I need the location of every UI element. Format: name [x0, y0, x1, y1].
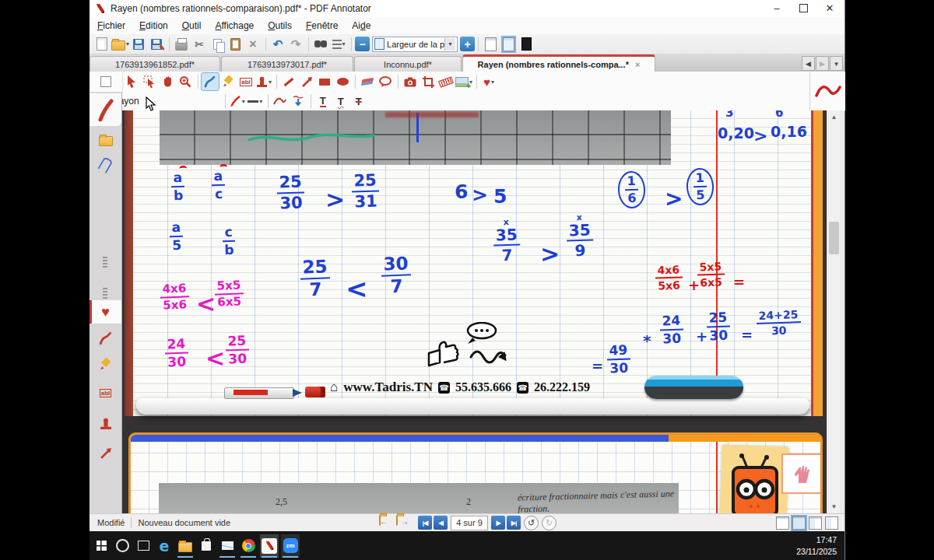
ellipse-tool[interactable] [334, 73, 351, 90]
rectangle-tool[interactable] [316, 73, 333, 90]
pdf-page-current[interactable]: abaca5cb2530>25316>5x357>x35916>15257<30… [125, 110, 823, 416]
delete-button[interactable]: × [244, 36, 262, 53]
menu-item[interactable]: Outil [182, 20, 202, 31]
save-as-button[interactable]: ✎ [148, 36, 165, 53]
next-page-button[interactable]: ▶ [491, 516, 505, 530]
restore-button[interactable] [790, 0, 816, 16]
arrow-tool[interactable] [298, 73, 315, 90]
start-button[interactable] [92, 534, 111, 558]
pdf-page-next[interactable]: 2,5 2 écriture fractionnaire mais c'est … [128, 432, 823, 513]
close-button[interactable]: ✕ [816, 0, 843, 16]
vertical-scrollbar[interactable]: ▲ ▼ [827, 110, 840, 513]
sidebar-item-highlighter[interactable] [90, 352, 121, 376]
page-indicator[interactable]: 4 sur 9 [451, 516, 488, 530]
redo-button[interactable]: ↷ [287, 36, 304, 53]
layout-continuous-icon[interactable] [792, 516, 806, 530]
stroke-width-button[interactable]: ▾ [247, 93, 264, 110]
menu-item[interactable]: Fichier [97, 20, 125, 31]
sidebar-item-arrow[interactable] [90, 442, 121, 465]
sidebar-item-attachments[interactable] [90, 153, 121, 177]
taskbar-mail[interactable] [218, 534, 237, 558]
menu-item[interactable]: Fenêtre [306, 20, 338, 31]
history-forward-button[interactable]: ↻ [542, 516, 557, 530]
sidebar-item-text[interactable]: abl [90, 381, 121, 404]
lasso-select-tool[interactable] [141, 73, 158, 90]
paste-button[interactable] [226, 36, 244, 53]
layout-grid-icon[interactable] [809, 516, 822, 530]
snapshot-tool[interactable] [402, 73, 419, 90]
highlighter-tool[interactable] [219, 73, 237, 90]
undo-button[interactable]: ↶ [269, 36, 286, 53]
pan-tool[interactable] [159, 73, 176, 90]
layout-facing-icon[interactable] [825, 516, 838, 530]
taskbar-clock[interactable]: 17:47 23/11/2025 [796, 534, 837, 557]
favorites-button[interactable]: ♥▾ [480, 73, 497, 90]
tab-list-dropdown-button[interactable]: ▾ [830, 56, 843, 71]
splitter-grip[interactable] [103, 257, 107, 269]
document-tab[interactable]: Rayen (nombres rationnels-compa...*× [462, 54, 655, 72]
splitter-grip[interactable] [103, 288, 107, 300]
menu-item[interactable]: Edition [139, 20, 168, 31]
cortana-button[interactable] [113, 534, 132, 558]
document-canvas[interactable]: abaca5cb2530>25316>5x357>x35916>15257<30… [122, 110, 827, 513]
wavy-underline-style-button[interactable]: T [332, 93, 349, 110]
zoom-out-button[interactable]: − [355, 37, 370, 51]
pen-color-button[interactable]: ▾ [229, 93, 246, 110]
sidebar-item-pages[interactable] [90, 128, 121, 152]
underline-style-button[interactable]: T [314, 93, 332, 110]
single-page-view-button[interactable] [482, 36, 499, 53]
previous-page-button[interactable]: ◀ [434, 516, 448, 530]
layout-single-icon[interactable] [776, 516, 789, 530]
history-back-button[interactable]: ↺ [524, 516, 539, 530]
new-document-button[interactable] [93, 36, 111, 53]
taskbar-edge[interactable]: e [155, 534, 174, 558]
sidebar-item-pen[interactable] [90, 93, 121, 126]
callout-tool[interactable] [377, 73, 394, 90]
scroll-up-arrow[interactable]: ▲ [827, 110, 841, 124]
find-button[interactable] [312, 36, 329, 53]
taskbar-file-explorer[interactable] [176, 534, 195, 558]
previous-document-button[interactable]: ← [379, 516, 395, 530]
taskbar-store[interactable] [197, 534, 216, 558]
fit-width-view-button[interactable] [500, 36, 517, 53]
cut-button[interactable]: ✂ [191, 36, 208, 53]
sidebar-item-favorites[interactable]: ♥ [90, 300, 121, 324]
tab-scroll-left-button[interactable]: ◀ [802, 56, 815, 71]
tab-scroll-right-button[interactable]: ▶ [816, 56, 829, 71]
copy-button[interactable] [209, 36, 226, 53]
first-page-button[interactable]: |◀ [418, 516, 432, 530]
scroll-down-arrow[interactable]: ▼ [827, 500, 841, 513]
page-manager-button[interactable]: ▾ [330, 36, 347, 53]
image-tool[interactable]: ▾ [455, 73, 472, 90]
zoom-in-button[interactable]: + [460, 37, 475, 51]
smooth-curve-button[interactable] [272, 93, 289, 110]
document-tab[interactable]: 1763913973017.pdf* [221, 56, 353, 72]
document-tab[interactable]: 1763913961852.pdf* [90, 56, 220, 72]
task-view-button[interactable] [134, 534, 153, 558]
pressure-button[interactable] [290, 93, 307, 110]
tab-close-icon[interactable]: × [635, 60, 640, 69]
taskbar-chrome[interactable] [239, 534, 258, 558]
print-button[interactable] [173, 36, 190, 53]
full-screen-button[interactable] [518, 36, 535, 53]
open-button[interactable]: ▾ [111, 36, 129, 53]
zoom-level-select[interactable]: Largeur de la pa ▾ [372, 37, 458, 52]
menu-item[interactable]: Affichage [215, 20, 254, 31]
minimize-button[interactable]: – [764, 0, 790, 16]
stamp-tool[interactable]: ▾ [255, 73, 272, 90]
scrollbar-thumb[interactable] [829, 222, 839, 254]
pen-tool[interactable] [202, 73, 219, 90]
taskbar-pdf-annotator[interactable] [260, 534, 279, 558]
zoom-tool[interactable] [177, 73, 194, 90]
menu-item[interactable]: Aide [352, 20, 370, 31]
text-tool[interactable]: abl [237, 73, 255, 90]
line-tool[interactable] [280, 73, 297, 90]
strikethrough-style-button[interactable]: T [350, 93, 367, 110]
sidebar-item-stamp[interactable] [90, 412, 121, 436]
save-button[interactable] [130, 36, 147, 53]
chevron-down-icon[interactable]: ▾ [444, 38, 455, 51]
measure-tool[interactable] [437, 73, 455, 90]
select-tool[interactable] [123, 73, 140, 90]
sidebar-toggle[interactable] [90, 72, 123, 92]
menu-item[interactable]: Outils [268, 20, 292, 31]
